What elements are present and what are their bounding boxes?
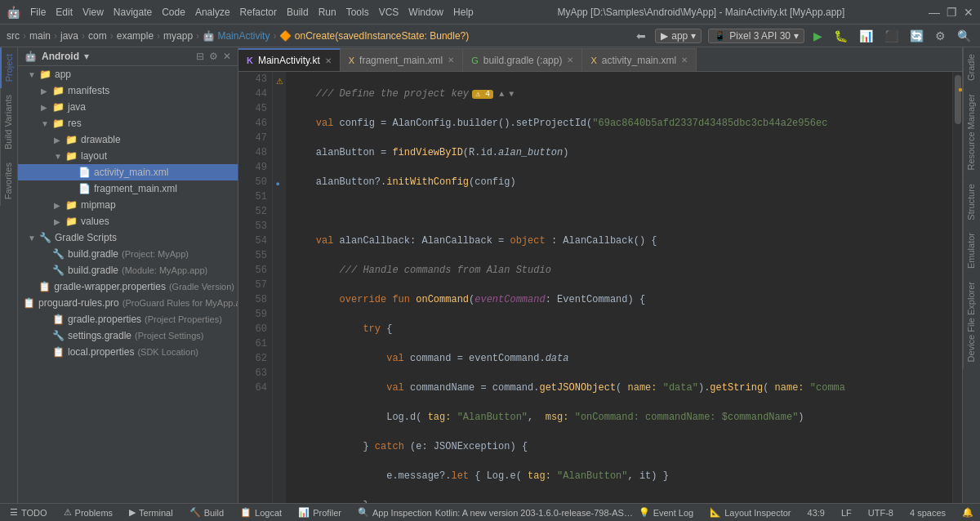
vertical-scrollbar[interactable]	[952, 72, 962, 503]
run-config-selector[interactable]: ▶ app ▾	[655, 29, 702, 43]
tree-item-proguard[interactable]: 📋 proguard-rules.pro (ProGuard Rules for…	[18, 295, 238, 311]
tree-item-layout[interactable]: ▼ 📁 layout	[18, 148, 238, 164]
tree-item-gradle-wrapper[interactable]: 📋 gradle-wrapper.properties (Gradle Vers…	[18, 278, 238, 295]
profile-button[interactable]: 📊	[857, 29, 875, 42]
tab-close-button[interactable]: ✕	[567, 56, 573, 65]
tree-item-settings-gradle[interactable]: 🔧 settings.gradle (Project Settings)	[18, 327, 238, 344]
tree-item-drawable[interactable]: ▶ 📁 drawable	[18, 131, 238, 148]
event-log-button[interactable]: 💡 Event Log	[635, 507, 697, 518]
panel-settings-icon[interactable]: ⚙	[209, 51, 218, 62]
status-left: ☰ TODO ⚠ Problems ▶ Terminal 🔨 Build 📋 L…	[7, 507, 435, 518]
tree-item-gradle-props[interactable]: 📋 gradle.properties (Project Properties)	[18, 311, 238, 327]
tab-close-button[interactable]: ✕	[448, 56, 454, 65]
minimize-button[interactable]: —	[929, 6, 940, 19]
sync-button[interactable]: 🔄	[907, 29, 926, 42]
tab-label: activity_main.xml	[602, 55, 676, 66]
run-config-label: app	[671, 30, 688, 42]
app-inspection-button[interactable]: 🔍 App Inspection	[354, 507, 435, 518]
bc-com[interactable]: com	[88, 30, 107, 42]
menu-analyze[interactable]: Analyze	[195, 7, 230, 18]
tab-close-button[interactable]: ✕	[325, 56, 332, 65]
bc-mainactivity[interactable]: 🤖 MainActivity	[203, 30, 270, 42]
warning-gutter-43[interactable]: ⚠	[273, 72, 284, 87]
menu-code[interactable]: Code	[162, 7, 185, 18]
tab-mainactivity[interactable]: K MainActivity.kt ✕	[238, 48, 341, 71]
menu-refactor[interactable]: Refactor	[240, 7, 277, 18]
menu-edit[interactable]: Edit	[56, 7, 73, 18]
menu-window[interactable]: Window	[408, 7, 443, 18]
bc-main[interactable]: main	[29, 30, 51, 42]
panel-close-icon[interactable]: ✕	[223, 51, 231, 62]
code-line-53: val commandName = command.getJSONObject(…	[292, 381, 946, 395]
gradle-tab[interactable]: Gradle	[963, 47, 980, 87]
run-button[interactable]: ▶	[811, 29, 825, 42]
code-content[interactable]: /// Define the project key⚠ 4 ▲ ▼ val co…	[286, 72, 952, 503]
dropdown-icon: ▾	[84, 51, 89, 62]
bc-src[interactable]: src	[7, 30, 20, 42]
tab-fragment-main[interactable]: X fragment_main.xml ✕	[341, 48, 463, 71]
layout-inspector-button[interactable]: 📐 Layout Inspector	[706, 507, 794, 518]
tree-item-build-gradle-project[interactable]: 🔧 build.gradle (Project: MyApp)	[18, 246, 238, 262]
menu-help[interactable]: Help	[453, 7, 474, 18]
tree-item-java[interactable]: ▶ 📁 java	[18, 99, 238, 115]
gutter-dot-45	[273, 101, 284, 116]
line-num-57: 57	[238, 278, 272, 292]
project-tab[interactable]: Project	[0, 47, 17, 88]
tree-sublabel: (Project: MyApp)	[122, 249, 189, 259]
notifications-icon[interactable]: 🔔	[962, 507, 973, 518]
menu-view[interactable]: View	[82, 7, 104, 18]
emulator-tab[interactable]: Emulator	[963, 226, 980, 275]
todo-button[interactable]: ☰ TODO	[7, 507, 51, 518]
indent-setting[interactable]: 4 spaces	[906, 508, 949, 518]
bc-example[interactable]: example	[117, 30, 154, 42]
status-right: 💡 Event Log 📐 Layout Inspector 43:9 LF U…	[635, 507, 973, 518]
encoding[interactable]: UTF-8	[865, 508, 897, 518]
bc-java[interactable]: java	[60, 30, 78, 42]
build-variants-tab[interactable]: Build Variants	[0, 88, 17, 156]
structure-tab[interactable]: Structure	[963, 177, 980, 227]
menu-vcs[interactable]: VCS	[379, 7, 399, 18]
tree-item-mipmap[interactable]: ▶ 📁 mipmap	[18, 197, 238, 213]
menu-navigate[interactable]: Navigate	[114, 7, 152, 18]
terminal-button[interactable]: ▶ Terminal	[126, 507, 176, 518]
debug-button[interactable]: 🐛	[831, 29, 850, 42]
tab-build-gradle[interactable]: G build.gradle (:app) ✕	[463, 48, 582, 71]
gutter-mark-50[interactable]: ●	[273, 175, 284, 189]
code-line-51: try {	[292, 322, 946, 336]
menu-run[interactable]: Run	[318, 7, 336, 18]
stop-button[interactable]: ⬛	[882, 29, 901, 42]
back-button[interactable]: ⬅	[634, 29, 648, 42]
settings-button[interactable]: ⚙	[933, 29, 948, 42]
close-button[interactable]: ✕	[964, 6, 973, 19]
collapse-all-icon[interactable]: ⊟	[196, 51, 204, 62]
expand-arrow-icon: ▶	[41, 87, 51, 96]
menu-file[interactable]: File	[30, 7, 46, 18]
tree-item-gradle-scripts[interactable]: ▼ 🔧 Gradle Scripts	[18, 229, 238, 246]
line-ending[interactable]: LF	[838, 508, 855, 518]
favorites-tab[interactable]: Favorites	[0, 156, 17, 206]
tree-item-build-gradle-module[interactable]: 🔧 build.gradle (Module: MyApp.app)	[18, 262, 238, 278]
search-button[interactable]: 🔍	[955, 29, 973, 42]
build-button[interactable]: 🔨 Build	[186, 507, 227, 518]
tree-item-local-props[interactable]: 📋 local.properties (SDK Location)	[18, 344, 238, 360]
tree-item-fragment-main[interactable]: 📄 fragment_main.xml	[18, 180, 238, 197]
resource-manager-tab[interactable]: Resource Manager	[963, 87, 980, 177]
maximize-button[interactable]: ❐	[947, 6, 957, 19]
tab-activity-main[interactable]: X activity_main.xml ✕	[582, 48, 697, 71]
tree-item-activity-main[interactable]: 📄 activity_main.xml	[18, 164, 238, 180]
profiler-button[interactable]: 📊 Profiler	[295, 507, 345, 518]
bc-oncreate[interactable]: 🔶 onCreate(savedInstanceState: Bundle?)	[279, 30, 469, 42]
tab-close-button[interactable]: ✕	[681, 56, 688, 65]
tree-item-res[interactable]: ▼ 📁 res	[18, 115, 238, 131]
menu-tools[interactable]: Tools	[346, 7, 369, 18]
line-num-53: 53	[238, 219, 272, 234]
bc-myapp[interactable]: myapp	[163, 30, 193, 42]
problems-button[interactable]: ⚠ Problems	[60, 507, 116, 518]
menu-build[interactable]: Build	[287, 7, 309, 18]
logcat-button[interactable]: 📋 Logcat	[237, 507, 285, 518]
device-selector[interactable]: 📱 Pixel 3 API 30 ▾	[708, 29, 804, 43]
device-file-explorer-tab[interactable]: Device File Explorer	[963, 275, 980, 368]
tree-item-values[interactable]: ▶ 📁 values	[18, 213, 238, 229]
tree-item-manifests[interactable]: ▶ 📁 manifests	[18, 82, 238, 99]
tree-item-app[interactable]: ▼ 📁 app	[18, 66, 238, 82]
